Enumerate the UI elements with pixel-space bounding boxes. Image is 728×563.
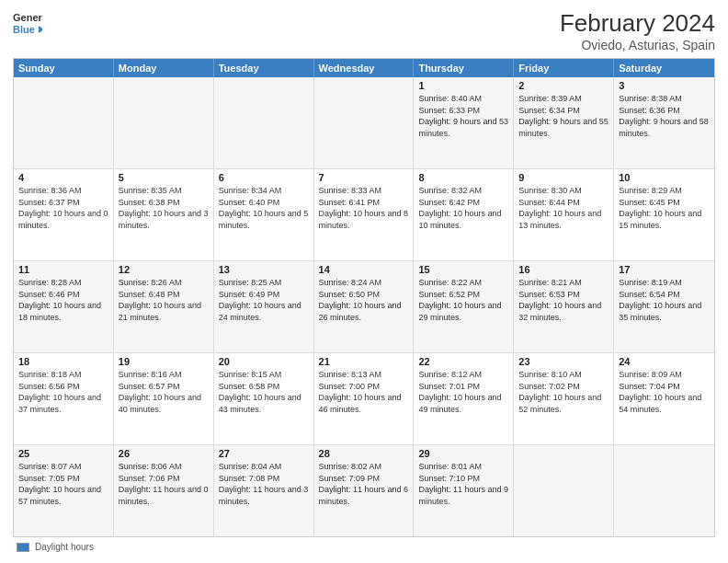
- title-block: February 2024 Oviedo, Asturias, Spain: [560, 9, 715, 52]
- calendar-cell: [214, 77, 314, 168]
- logo: General Blue: [13, 9, 42, 39]
- calendar-row-3: 18Sunrise: 8:18 AM Sunset: 6:56 PM Dayli…: [14, 353, 714, 445]
- cell-date: 26: [119, 448, 209, 459]
- cell-info: Sunrise: 8:21 AM Sunset: 6:53 PM Dayligh…: [518, 277, 609, 323]
- cell-date: 7: [319, 172, 409, 183]
- calendar-cell: 20Sunrise: 8:15 AM Sunset: 6:58 PM Dayli…: [214, 353, 314, 444]
- logo-svg: General Blue: [13, 9, 42, 39]
- cell-info: Sunrise: 8:29 AM Sunset: 6:45 PM Dayligh…: [619, 185, 710, 231]
- calendar-cell: [314, 77, 415, 168]
- calendar-cell: 27Sunrise: 8:04 AM Sunset: 7:08 PM Dayli…: [214, 445, 314, 536]
- cell-info: Sunrise: 8:09 AM Sunset: 7:04 PM Dayligh…: [619, 369, 710, 415]
- calendar-row-2: 11Sunrise: 8:28 AM Sunset: 6:46 PM Dayli…: [14, 261, 714, 353]
- cell-info: Sunrise: 8:02 AM Sunset: 7:09 PM Dayligh…: [319, 461, 409, 507]
- cell-info: Sunrise: 8:07 AM Sunset: 7:05 PM Dayligh…: [18, 461, 108, 507]
- calendar-subtitle: Oviedo, Asturias, Spain: [560, 38, 715, 52]
- calendar-cell: 18Sunrise: 8:18 AM Sunset: 6:56 PM Dayli…: [14, 353, 114, 444]
- calendar-body: 1Sunrise: 8:40 AM Sunset: 6:33 PM Daylig…: [14, 77, 714, 536]
- cell-date: 15: [418, 264, 508, 275]
- calendar-cell: [514, 445, 614, 536]
- calendar-cell: [114, 77, 214, 168]
- cell-date: 4: [18, 172, 108, 183]
- calendar-cell: 1Sunrise: 8:40 AM Sunset: 6:33 PM Daylig…: [414, 77, 514, 168]
- calendar-cell: 26Sunrise: 8:06 AM Sunset: 7:06 PM Dayli…: [114, 445, 214, 536]
- cell-info: Sunrise: 8:35 AM Sunset: 6:38 PM Dayligh…: [119, 185, 209, 231]
- cell-info: Sunrise: 8:16 AM Sunset: 6:57 PM Dayligh…: [119, 369, 209, 415]
- cell-info: Sunrise: 8:12 AM Sunset: 7:01 PM Dayligh…: [418, 369, 508, 415]
- calendar-cell: 14Sunrise: 8:24 AM Sunset: 6:50 PM Dayli…: [314, 261, 415, 352]
- calendar-cell: 8Sunrise: 8:32 AM Sunset: 6:42 PM Daylig…: [414, 169, 514, 260]
- calendar-cell: 15Sunrise: 8:22 AM Sunset: 6:52 PM Dayli…: [414, 261, 514, 352]
- calendar-cell: 28Sunrise: 8:02 AM Sunset: 7:09 PM Dayli…: [314, 445, 415, 536]
- cell-info: Sunrise: 8:01 AM Sunset: 7:10 PM Dayligh…: [418, 461, 508, 507]
- calendar-cell: [614, 445, 714, 536]
- cell-date: 12: [119, 264, 209, 275]
- calendar-cell: 19Sunrise: 8:16 AM Sunset: 6:57 PM Dayli…: [114, 353, 214, 444]
- cell-date: 3: [619, 80, 710, 91]
- footer: Daylight hours: [13, 537, 715, 554]
- calendar-cell: 23Sunrise: 8:10 AM Sunset: 7:02 PM Dayli…: [514, 353, 614, 444]
- cell-date: 18: [18, 356, 108, 367]
- calendar-cell: 5Sunrise: 8:35 AM Sunset: 6:38 PM Daylig…: [114, 169, 214, 260]
- svg-text:General: General: [13, 12, 42, 23]
- cell-info: Sunrise: 8:34 AM Sunset: 6:40 PM Dayligh…: [219, 185, 309, 231]
- cell-info: Sunrise: 8:04 AM Sunset: 7:08 PM Dayligh…: [219, 461, 309, 507]
- cell-info: Sunrise: 8:19 AM Sunset: 6:54 PM Dayligh…: [619, 277, 710, 323]
- cell-date: 5: [119, 172, 209, 183]
- calendar-cell: 13Sunrise: 8:25 AM Sunset: 6:49 PM Dayli…: [214, 261, 314, 352]
- calendar-cell: [14, 77, 114, 168]
- cell-date: 16: [518, 264, 609, 275]
- cell-date: 20: [219, 356, 309, 367]
- cell-date: 8: [418, 172, 508, 183]
- calendar-cell: 29Sunrise: 8:01 AM Sunset: 7:10 PM Dayli…: [414, 445, 514, 536]
- header-day-tuesday: Tuesday: [214, 59, 314, 77]
- cell-info: Sunrise: 8:25 AM Sunset: 6:49 PM Dayligh…: [219, 277, 309, 323]
- calendar-cell: 22Sunrise: 8:12 AM Sunset: 7:01 PM Dayli…: [414, 353, 514, 444]
- cell-date: 25: [18, 448, 108, 459]
- calendar-row-1: 4Sunrise: 8:36 AM Sunset: 6:37 PM Daylig…: [14, 169, 714, 261]
- cell-date: 1: [418, 80, 508, 91]
- cell-date: 23: [518, 356, 609, 367]
- calendar-cell: 25Sunrise: 8:07 AM Sunset: 7:05 PM Dayli…: [14, 445, 114, 536]
- cell-info: Sunrise: 8:22 AM Sunset: 6:52 PM Dayligh…: [418, 277, 508, 323]
- header-day-friday: Friday: [514, 59, 614, 77]
- cell-date: 6: [219, 172, 309, 183]
- legend-label: Daylight hours: [35, 542, 94, 552]
- cell-info: Sunrise: 8:38 AM Sunset: 6:36 PM Dayligh…: [619, 93, 710, 139]
- cell-info: Sunrise: 8:15 AM Sunset: 6:58 PM Dayligh…: [219, 369, 309, 415]
- cell-date: 21: [319, 356, 409, 367]
- page: General Blue February 2024 Oviedo, Astur…: [0, 0, 728, 563]
- cell-info: Sunrise: 8:13 AM Sunset: 7:00 PM Dayligh…: [319, 369, 409, 415]
- cell-date: 28: [319, 448, 409, 459]
- calendar-cell: 6Sunrise: 8:34 AM Sunset: 6:40 PM Daylig…: [214, 169, 314, 260]
- cell-date: 2: [518, 80, 609, 91]
- header-day-monday: Monday: [114, 59, 214, 77]
- cell-info: Sunrise: 8:40 AM Sunset: 6:33 PM Dayligh…: [418, 93, 508, 139]
- cell-date: 19: [119, 356, 209, 367]
- cell-date: 10: [619, 172, 710, 183]
- cell-info: Sunrise: 8:30 AM Sunset: 6:44 PM Dayligh…: [518, 185, 609, 231]
- cell-date: 27: [219, 448, 309, 459]
- calendar-cell: 7Sunrise: 8:33 AM Sunset: 6:41 PM Daylig…: [314, 169, 415, 260]
- cell-date: 17: [619, 264, 710, 275]
- header-day-saturday: Saturday: [614, 59, 714, 77]
- calendar-cell: 16Sunrise: 8:21 AM Sunset: 6:53 PM Dayli…: [514, 261, 614, 352]
- header-day-sunday: Sunday: [14, 59, 114, 77]
- calendar-cell: 3Sunrise: 8:38 AM Sunset: 6:36 PM Daylig…: [614, 77, 714, 168]
- calendar-cell: 9Sunrise: 8:30 AM Sunset: 6:44 PM Daylig…: [514, 169, 614, 260]
- cell-info: Sunrise: 8:36 AM Sunset: 6:37 PM Dayligh…: [18, 185, 108, 231]
- legend-box: [17, 543, 29, 552]
- cell-date: 14: [319, 264, 409, 275]
- header-day-wednesday: Wednesday: [314, 59, 415, 77]
- cell-date: 24: [619, 356, 710, 367]
- calendar-title: February 2024: [560, 9, 715, 38]
- calendar-cell: 10Sunrise: 8:29 AM Sunset: 6:45 PM Dayli…: [614, 169, 714, 260]
- calendar-cell: 2Sunrise: 8:39 AM Sunset: 6:34 PM Daylig…: [514, 77, 614, 168]
- cell-date: 13: [219, 264, 309, 275]
- calendar-cell: 11Sunrise: 8:28 AM Sunset: 6:46 PM Dayli…: [14, 261, 114, 352]
- cell-date: 9: [518, 172, 609, 183]
- cell-info: Sunrise: 8:33 AM Sunset: 6:41 PM Dayligh…: [319, 185, 409, 231]
- header: General Blue February 2024 Oviedo, Astur…: [13, 9, 715, 52]
- calendar-row-4: 25Sunrise: 8:07 AM Sunset: 7:05 PM Dayli…: [14, 445, 714, 536]
- calendar: SundayMondayTuesdayWednesdayThursdayFrid…: [13, 58, 715, 537]
